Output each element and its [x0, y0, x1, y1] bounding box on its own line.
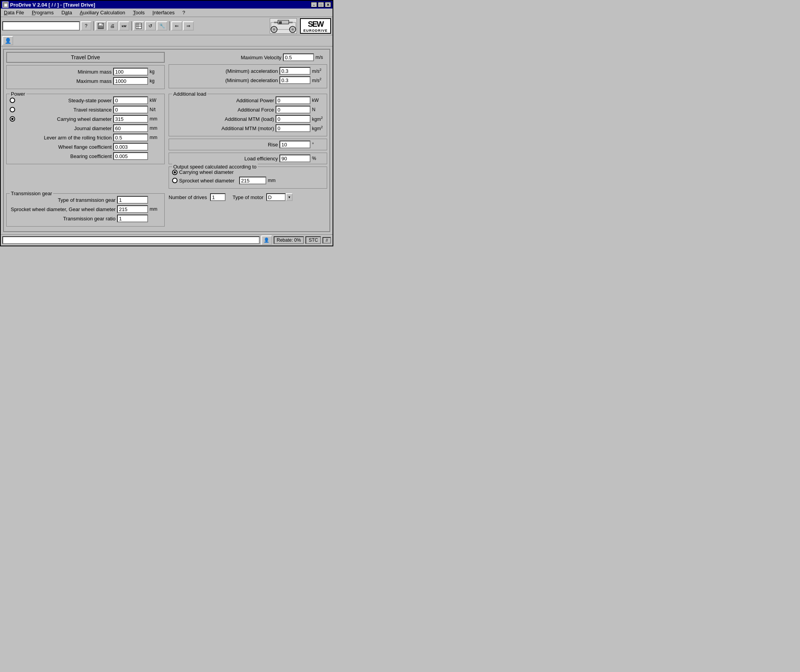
window-icon: ▣ [2, 2, 9, 8]
travel-resistance-input[interactable] [113, 106, 148, 113]
additional-mtm-load-input[interactable] [276, 115, 310, 123]
lever-arm-row: Lever arm of the rolling friction mm [10, 134, 161, 141]
type-motor-arrow[interactable]: ▼ [286, 193, 293, 201]
journal-diameter-row: Journal diameter mm [10, 124, 161, 132]
resize-handle[interactable]: // [322, 237, 331, 244]
lever-arm-label: Lever arm of the rolling friction [17, 135, 112, 141]
menu-auxiliary[interactable]: Auxiliary Calculation [78, 9, 127, 16]
left-top-panel: Travel Drive Minimum mass kg Maximum mas… [6, 52, 165, 91]
menu-tools[interactable]: Tools [131, 9, 146, 16]
transmission-ratio-label: Transmission gear ratio [10, 216, 116, 222]
rise-input[interactable] [279, 141, 310, 148]
stc-status: STC [305, 236, 321, 244]
steady-state-unit: kW [150, 98, 161, 103]
menu-data-file[interactable]: Data File [2, 9, 26, 16]
sprocket-wheel-input[interactable] [239, 177, 266, 184]
output-speed-group: Output speed calculated according to Car… [169, 167, 327, 189]
print-button[interactable]: 🖨 [107, 21, 118, 31]
sprocket-gear-input[interactable] [117, 205, 148, 213]
eurodrive-text: EURODRIVE [303, 29, 328, 33]
additional-mtm-motor-row: Additional MTM (motor) kgm2 [172, 124, 324, 132]
toolbar-input[interactable] [2, 21, 80, 31]
sew-text: SEW [308, 20, 323, 29]
kw-button[interactable]: kW [119, 21, 129, 31]
rise-unit: ° [312, 142, 324, 147]
type-motor-select[interactable]: D ▼ [266, 193, 293, 201]
output-speed-title: Output speed calculated according to [172, 164, 258, 170]
min-mass-input[interactable] [113, 68, 148, 76]
minimize-button[interactable]: - [311, 2, 317, 7]
type-transmission-row: Type of transmission gear [10, 196, 161, 204]
additional-power-input[interactable] [276, 96, 310, 104]
load-efficiency-label: Load efficiency [172, 156, 278, 162]
refresh-button[interactable]: ↺ [145, 21, 156, 31]
steady-state-label: Steady-state power [17, 98, 112, 103]
steady-state-input[interactable] [113, 96, 148, 104]
additional-mtm-load-label: Additional MTM (load) [172, 116, 274, 122]
back-button[interactable]: ⇐ [171, 21, 182, 31]
wheel-flange-input[interactable] [113, 143, 148, 151]
svg-rect-2 [99, 26, 103, 28]
additional-mtm-motor-input[interactable] [276, 124, 310, 132]
forward-button[interactable]: ⇒ [183, 21, 194, 31]
travel-resistance-radio[interactable] [10, 107, 15, 112]
sprocket-gear-unit: mm [150, 206, 161, 212]
sprocket-gear-row: Sprocket wheel diameter, Gear wheel diam… [10, 205, 161, 213]
output-sprocket-label: Sprocket wheel diameter [179, 178, 234, 184]
number-drives-input[interactable] [210, 193, 226, 201]
carrying-wheel-input[interactable] [113, 115, 148, 123]
svg-text:⬛: ⬛ [279, 21, 282, 24]
max-velocity-input[interactable] [283, 53, 314, 61]
lever-arm-input[interactable] [113, 134, 148, 141]
max-mass-row: Maximum mass kg [10, 77, 161, 85]
toolbar: ? 🖨 kW ↺ 🔧 ⇐ ⇒ ⬛ [1, 17, 333, 35]
close-button[interactable]: ✕ [325, 2, 331, 7]
svg-rect-1 [99, 23, 102, 25]
min-accel-input[interactable] [279, 67, 310, 75]
type-transmission-input[interactable] [117, 196, 148, 204]
menu-help[interactable]: ? [181, 9, 186, 16]
power-group: Power Steady-state power kW Travel resis… [6, 94, 165, 164]
additional-force-unit: N [312, 107, 324, 112]
output-sprocket-radio[interactable] [172, 178, 178, 183]
output-sprocket-row: Sprocket wheel diameter mm [172, 177, 324, 184]
travel-drive-title: Travel Drive [6, 52, 165, 63]
steady-state-radio[interactable] [10, 98, 15, 103]
carrying-wheel-label: Carrying wheel diameter [17, 116, 112, 122]
carrying-wheel-row: Carrying wheel diameter mm [10, 115, 161, 123]
conveyor-icon: ⬛ [270, 18, 297, 34]
additional-mtm-motor-label: Additional MTM (motor) [172, 125, 274, 131]
transmission-ratio-input[interactable] [117, 215, 148, 222]
load-efficiency-unit: % [312, 156, 324, 161]
journal-diameter-label: Journal diameter [17, 125, 112, 131]
bearing-coeff-input[interactable] [113, 152, 148, 160]
save-button[interactable] [95, 21, 106, 31]
user-icon-button[interactable]: 👤 [2, 36, 13, 45]
table-button[interactable] [133, 21, 144, 31]
window-title: ProDrive V 2.04 [ / / ] - [Travel Drive] [10, 2, 95, 8]
additional-force-input[interactable] [276, 106, 310, 113]
output-carrying-label: Carrying wheel diameter [179, 169, 234, 175]
maximize-button[interactable]: □ [318, 2, 324, 7]
number-drives-label: Number of drives [169, 194, 207, 200]
output-carrying-radio[interactable] [172, 170, 178, 175]
max-velocity-row: Maximum Velocity m/s [169, 53, 327, 61]
output-carrying-row: Carrying wheel diameter [172, 169, 324, 175]
min-decel-input[interactable] [279, 76, 310, 84]
carrying-wheel-radio[interactable] [10, 116, 15, 122]
journal-diameter-input[interactable] [113, 124, 148, 132]
title-bar: ▣ ProDrive V 2.04 [ / / ] - [Travel Driv… [1, 1, 333, 9]
menu-interfaces[interactable]: Interfaces [151, 9, 176, 16]
additional-force-label: Additional Force [172, 107, 274, 113]
settings-button[interactable]: 🔧 [157, 21, 167, 31]
menu-programs[interactable]: Programs [30, 9, 55, 16]
min-accel-unit: m/s2 [312, 68, 324, 74]
additional-load-group: Additional load Additional Power kW Addi… [169, 94, 327, 136]
load-efficiency-input[interactable] [279, 155, 310, 162]
max-velocity-label: Maximum Velocity [169, 55, 281, 60]
menu-data[interactable]: Data [60, 9, 73, 16]
lever-arm-unit: mm [150, 135, 161, 140]
max-mass-input[interactable] [113, 77, 148, 85]
help-button[interactable]: ? [81, 21, 91, 31]
status-user-icon[interactable]: 👤 [261, 235, 272, 245]
